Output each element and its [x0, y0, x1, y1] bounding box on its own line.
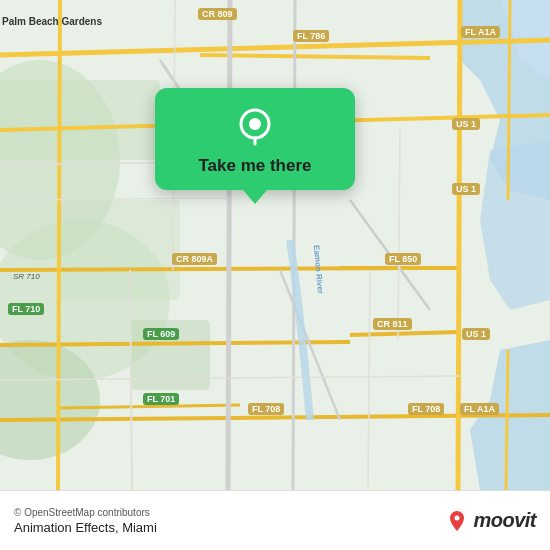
road-label-fla1a-bot: FL A1A — [460, 403, 499, 415]
svg-rect-4 — [0, 80, 160, 160]
road-label-fl708-left: FL 708 — [248, 403, 284, 415]
location-card[interactable]: Take me there — [155, 88, 355, 190]
location-pin-icon — [234, 106, 276, 148]
road-label-cr809: CR 809 — [198, 8, 237, 20]
moovit-logo: moovit — [445, 509, 536, 533]
map-background — [0, 0, 550, 490]
road-label-fl786: FL 786 — [293, 30, 329, 42]
svg-line-17 — [228, 0, 230, 490]
svg-line-21 — [506, 350, 508, 490]
svg-point-34 — [455, 515, 460, 520]
road-label-fla1a-top: FL A1A — [461, 26, 500, 38]
place-label-palm-beach: Palm Beach Gardens — [2, 16, 102, 27]
road-label-us1-top: US 1 — [452, 118, 480, 130]
svg-rect-5 — [60, 200, 180, 300]
road-label-us1-mid: US 1 — [452, 183, 480, 195]
map-container: CR 809 FL 786 FL A1A FL 809 US 1 US 1 CR… — [0, 0, 550, 490]
svg-point-33 — [249, 118, 261, 130]
road-label-fl710-left: FL 710 — [8, 303, 44, 315]
road-label-cr811: CR 811 — [373, 318, 412, 330]
svg-line-19 — [458, 0, 460, 490]
road-label-fl708-right: FL 708 — [408, 403, 444, 415]
moovit-pin-icon — [445, 509, 469, 533]
moovit-brand-text: moovit — [473, 509, 536, 532]
road-label-fl609: FL 609 — [143, 328, 179, 340]
bottom-bar: © OpenStreetMap contributors Animation E… — [0, 490, 550, 550]
road-label-us1-bot: US 1 — [462, 328, 490, 340]
take-me-there-label: Take me there — [198, 156, 311, 176]
osm-attribution: © OpenStreetMap contributors — [14, 507, 157, 518]
bottom-left: © OpenStreetMap contributors Animation E… — [14, 507, 157, 535]
svg-line-16 — [58, 0, 60, 490]
svg-line-20 — [508, 0, 510, 200]
app-name-label: Animation Effects, Miami — [14, 520, 157, 535]
road-label-fl850: FL 850 — [385, 253, 421, 265]
road-label-sr710: SR 710 — [13, 272, 40, 281]
road-label-cr809a: CR 809A — [172, 253, 217, 265]
road-label-fl701: FL 701 — [143, 393, 179, 405]
